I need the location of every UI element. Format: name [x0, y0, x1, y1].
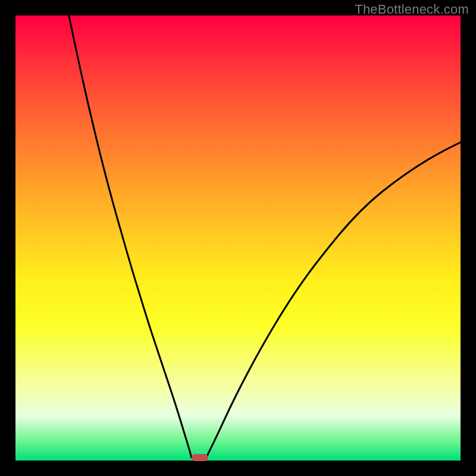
optimal-marker — [192, 454, 208, 461]
watermark-text: TheBottleneck.com — [355, 2, 469, 17]
bottleneck-curve — [15, 15, 461, 461]
plot-area — [15, 15, 461, 461]
chart-frame: TheBottleneck.com — [0, 0, 476, 476]
